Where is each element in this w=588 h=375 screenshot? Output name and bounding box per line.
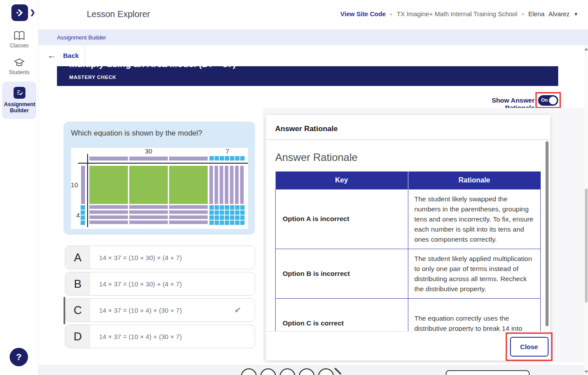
- svg-text:7: 7: [226, 148, 229, 155]
- annotation-box-close: Close: [506, 332, 553, 361]
- option-equation: 14 × 37 = (10 × 30) + (4 × 7): [90, 272, 255, 295]
- question-page-circle[interactable]: [241, 368, 257, 375]
- header-right-cluster: View Site Code TX Imagine+ Math Internal…: [340, 11, 578, 18]
- view-site-code-link[interactable]: View Site Code: [340, 11, 386, 18]
- rationale-cell: The equation correctly uses the distribu…: [408, 298, 541, 331]
- option-letter: C: [65, 299, 90, 321]
- book-icon: [14, 31, 25, 41]
- user-menu[interactable]: Elena Alvarez ▼: [528, 11, 578, 18]
- area-model-panel: 307104: [71, 148, 248, 229]
- panel-footer: Close: [266, 331, 550, 361]
- question-card: Which equation is shown by the model? 30…: [64, 121, 255, 235]
- help-label: ?: [16, 352, 22, 362]
- annotation-box-toggle: On: [535, 92, 561, 108]
- option-equation: 14 × 37 = (10 + 30) × (4 + 7): [90, 246, 255, 269]
- area-model-diagram: 307104: [71, 148, 248, 229]
- table-row: Option B is incorrectThe student likely …: [276, 249, 541, 298]
- lesson-title-clipped: Multiply using an Area Model (14 × 37): [69, 66, 236, 69]
- column-header-rationale: Rationale: [408, 171, 541, 189]
- user-first-name: Elena: [528, 11, 545, 18]
- assignment-builder-icon: [14, 87, 25, 99]
- next-chevron-icon[interactable]: [333, 368, 343, 375]
- rationale-inner-title: Answer Rationale: [275, 151, 550, 164]
- key-cell: Option C is correct: [276, 298, 408, 331]
- svg-text:4: 4: [76, 211, 80, 219]
- question-page-circle[interactable]: [299, 368, 315, 375]
- answer-rationale-panel: Answer Rationale Answer Rationale Key Ra…: [266, 115, 550, 361]
- divider: [85, 45, 85, 66]
- selected-option-indicator: [64, 297, 65, 324]
- question-nav-footer: [39, 365, 584, 375]
- table-row: Option C is correctThe equation correctl…: [276, 298, 541, 331]
- dot-separator: [390, 13, 392, 15]
- sidebar-item-assignment-builder[interactable]: Assignment Builder: [2, 82, 36, 119]
- sidebar-expand-chevron-icon[interactable]: ❯: [30, 8, 35, 16]
- mastery-check-label: MASTERY CHECK: [69, 75, 116, 80]
- question-page-circle[interactable]: [280, 368, 295, 375]
- close-button[interactable]: Close: [510, 337, 549, 357]
- answer-option-D[interactable]: D14 × 37 = (10 × 4) + (30 × 7): [65, 325, 255, 348]
- answer-option-A[interactable]: A14 × 37 = (10 + 30) × (4 + 7): [65, 246, 255, 269]
- page-scrollbar[interactable]: [584, 45, 588, 375]
- table-header-row: Key Rationale: [276, 171, 541, 189]
- rationale-cell: The student likely swapped the numbers i…: [408, 189, 541, 249]
- option-letter: B: [65, 272, 90, 295]
- question-page-circle[interactable]: [318, 368, 334, 375]
- breadcrumb[interactable]: Assignment Builder: [57, 34, 106, 41]
- sidebar-item-students[interactable]: Students: [0, 57, 39, 75]
- app-logo-icon[interactable]: [11, 4, 28, 21]
- breadcrumb-bar: Assignment Builder: [39, 29, 588, 45]
- question-prompt: Which equation is shown by the model?: [71, 129, 202, 138]
- panel-scrollbar-thumb[interactable]: [545, 141, 549, 326]
- footer-action-button[interactable]: [446, 370, 530, 375]
- back-arrow-icon: ←: [47, 50, 56, 61]
- toggle-state-label: On: [541, 97, 548, 103]
- toggle-knob: [549, 96, 557, 104]
- sidebar-item-classes[interactable]: Classes: [0, 31, 39, 49]
- sidebar: ❯ Classes Students Assignment Builder ?: [0, 0, 39, 375]
- rationale-table: Key Rationale Option A is incorrectThe s…: [275, 171, 541, 331]
- rationale-cell: The student likely applied multiplicatio…: [408, 249, 541, 298]
- help-button[interactable]: ?: [10, 348, 28, 366]
- back-row: ← Back: [39, 45, 588, 66]
- scroll-up-arrow-icon[interactable]: [584, 48, 588, 50]
- graduation-cap-icon: [14, 57, 25, 68]
- key-cell: Option B is incorrect: [276, 249, 408, 298]
- correct-check-icon: ✔: [234, 299, 255, 321]
- sidebar-item-label: Assignment Builder: [4, 101, 35, 114]
- answer-option-C[interactable]: C14 × 37 = (10 + 4) × (30 + 7)✔: [65, 298, 255, 322]
- table-row: Option A is incorrectThe student likely …: [276, 189, 541, 249]
- school-name: TX Imagine+ Math Internal Training Schoo…: [397, 11, 517, 18]
- dot-separator: [522, 13, 524, 15]
- panel-scroll-area[interactable]: Answer Rationale Key Rationale Option A …: [266, 140, 550, 331]
- svg-text:30: 30: [145, 148, 152, 155]
- chevron-down-icon: ▼: [574, 11, 578, 17]
- page-title: Lesson Explorer: [87, 9, 150, 19]
- key-cell: Option A is incorrect: [276, 189, 408, 249]
- option-equation: 14 × 37 = (10 × 4) + (30 × 7): [90, 325, 255, 348]
- svg-text:10: 10: [71, 181, 78, 189]
- column-header-key: Key: [276, 171, 408, 189]
- back-button[interactable]: ← Back: [47, 50, 79, 61]
- option-letter: D: [65, 325, 90, 348]
- question-page-circle[interactable]: [260, 368, 276, 375]
- sidebar-item-label: Students: [9, 69, 29, 75]
- scroll-down-arrow-icon[interactable]: [584, 371, 588, 373]
- option-equation: 14 × 37 = (10 + 4) × (30 + 7): [90, 299, 234, 321]
- back-label: Back: [63, 52, 79, 59]
- answer-option-B[interactable]: B14 × 37 = (10 × 30) + (4 × 7): [65, 272, 255, 296]
- user-last-name: Alvarez: [549, 11, 570, 18]
- panel-title: Answer Rationale: [275, 125, 338, 133]
- answer-rationale-toggle[interactable]: On: [538, 95, 558, 106]
- option-letter: A: [65, 246, 90, 269]
- lesson-banner: Multiply using an Area Model (14 × 37) M…: [57, 66, 558, 86]
- sidebar-item-label: Classes: [10, 43, 29, 49]
- scrollbar-thumb[interactable]: [585, 189, 588, 303]
- arrow-logo-icon: [14, 7, 25, 18]
- top-header: Lesson Explorer View Site Code TX Imagin…: [39, 0, 588, 29]
